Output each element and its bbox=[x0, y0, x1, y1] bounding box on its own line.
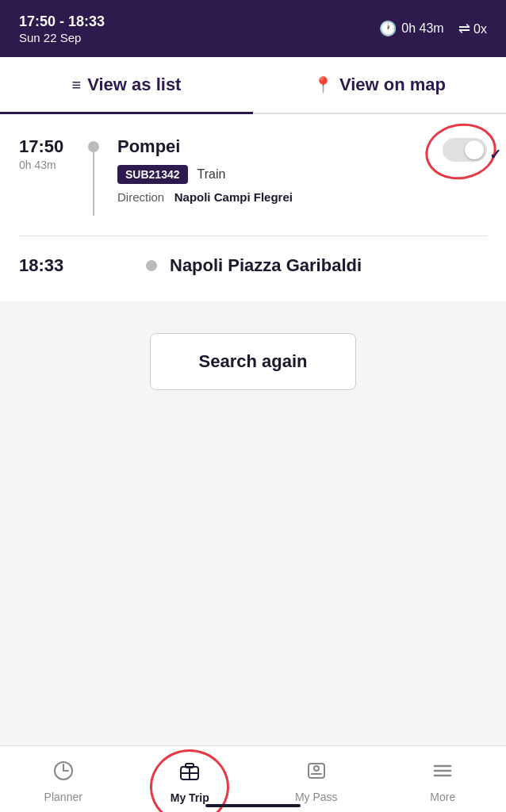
train-info: SUB21342 Train bbox=[117, 165, 487, 184]
list-icon: ≡ bbox=[72, 76, 82, 94]
direction-value: Napoli Campi Flegrei bbox=[174, 190, 293, 204]
date: Sun 22 Sep bbox=[19, 31, 105, 44]
nav-more[interactable]: More bbox=[380, 747, 507, 811]
arrival-dot bbox=[146, 260, 157, 271]
journey-duration: 0h 43m bbox=[19, 159, 82, 171]
more-icon bbox=[431, 760, 454, 787]
my-pass-label: My Pass bbox=[295, 791, 338, 803]
tab-list-label: View as list bbox=[87, 75, 181, 95]
status-right: 🕐 0h 43m ⇌ 0x bbox=[379, 20, 487, 37]
status-time-section: 17:50 - 18:33 Sun 22 Sep bbox=[19, 13, 105, 44]
more-label: More bbox=[430, 791, 455, 803]
map-pin-icon: 📍 bbox=[313, 75, 333, 94]
departure-time-col: 17:50 0h 43m bbox=[19, 136, 82, 171]
status-bar: 17:50 - 18:33 Sun 22 Sep 🕐 0h 43m ⇌ 0x bbox=[0, 0, 506, 57]
station-header: Pompei ✓ bbox=[117, 136, 487, 165]
toggle-knob bbox=[465, 140, 484, 159]
search-again-button[interactable]: Search again bbox=[150, 333, 356, 390]
train-type: Train bbox=[197, 167, 226, 182]
toggle-area: ✓ bbox=[443, 138, 487, 162]
checkmark-icon: ✓ bbox=[489, 146, 501, 163]
planner-label: Planner bbox=[44, 791, 82, 803]
train-badge: SUB21342 bbox=[117, 165, 188, 184]
changes-section: ⇌ 0x bbox=[458, 20, 487, 37]
journey-content: 17:50 0h 43m Pompei ✓ SUB21 bbox=[0, 114, 506, 301]
nav-planner[interactable]: Planner bbox=[0, 747, 127, 811]
content-spacer bbox=[0, 422, 506, 660]
departure-time: 17:50 bbox=[19, 136, 82, 157]
duration-section: 🕐 0h 43m bbox=[379, 20, 443, 37]
timeline-line bbox=[93, 152, 94, 216]
arrival-time: 18:33 bbox=[19, 255, 82, 276]
nav-my-trip[interactable]: My Trip bbox=[127, 746, 254, 812]
toggle-switch[interactable] bbox=[443, 138, 487, 162]
departure-dot bbox=[88, 141, 99, 152]
station-col: Pompei ✓ SUB21342 Train Direction Napoli… bbox=[117, 136, 487, 220]
planner-icon bbox=[52, 760, 75, 787]
search-again-section: Search again bbox=[0, 301, 506, 422]
clock-icon: 🕐 bbox=[379, 20, 397, 37]
my-pass-icon bbox=[305, 760, 328, 787]
tab-view-list[interactable]: ≡ View as list bbox=[0, 57, 253, 113]
arrival-row: 18:33 Napoli Piazza Garibaldi bbox=[0, 236, 506, 301]
my-trip-icon bbox=[178, 759, 201, 788]
duration-value: 0h 43m bbox=[401, 21, 443, 36]
tab-bar: ≡ View as list 📍 View on map bbox=[0, 57, 506, 114]
my-trip-label: My Trip bbox=[171, 791, 209, 804]
bottom-nav: Planner My Trip My Pass bbox=[0, 745, 506, 812]
direction-text: Direction Napoli Campi Flegrei bbox=[117, 190, 487, 204]
changes-value: 0x bbox=[473, 22, 487, 36]
direction-label: Direction bbox=[117, 190, 164, 204]
bottom-indicator bbox=[205, 804, 301, 807]
changes-icon: ⇌ bbox=[458, 21, 470, 36]
time-range: 17:50 - 18:33 bbox=[19, 13, 105, 31]
tab-view-map[interactable]: 📍 View on map bbox=[253, 57, 506, 113]
arrival-station: Napoli Piazza Garibaldi bbox=[170, 255, 362, 276]
nav-my-pass[interactable]: My Pass bbox=[253, 747, 380, 811]
svg-point-8 bbox=[314, 766, 319, 771]
departure-row: 17:50 0h 43m Pompei ✓ SUB21 bbox=[0, 114, 506, 220]
timeline-col bbox=[82, 136, 105, 216]
departure-station: Pompei bbox=[117, 136, 180, 157]
tab-map-label: View on map bbox=[339, 75, 446, 95]
